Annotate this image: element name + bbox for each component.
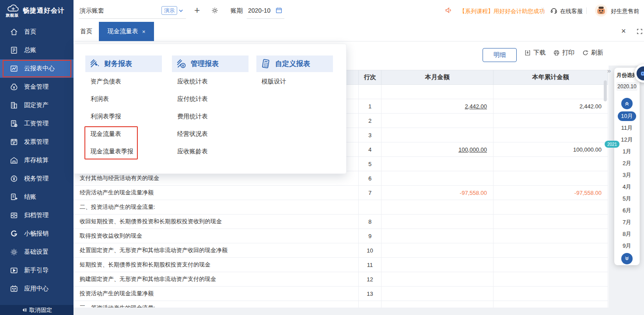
cell-row-no: 2 [359, 114, 382, 128]
unpin-sidebar-button[interactable]: 取消固定 [0, 305, 74, 315]
menu-item-template-design[interactable]: 模版设计 [262, 73, 335, 90]
download-button[interactable]: 下载 [524, 49, 546, 57]
sidebar-nav: 首页总账云报表中心资金管理固定资产工资管理发票管理库存核算税务管理结账归档管理小… [0, 23, 74, 298]
report-menu-title: 财务报表 [104, 59, 132, 69]
menu-item-cash-flow-quarterly[interactable]: 现金流量表季报 [91, 142, 164, 160]
cell-ytd-amount [494, 215, 608, 228]
sidebar-item-app-center[interactable]: 应用中心 [0, 280, 74, 298]
menu-item-operation-status[interactable]: 经营状况表 [177, 125, 251, 142]
cell-row-no [359, 85, 382, 99]
sidebar-item-fixed-assets[interactable]: 固定资产 [0, 96, 74, 114]
print-button[interactable]: 打印 [553, 49, 574, 57]
table-scrollbar[interactable] [604, 80, 607, 101]
custom-report-icon [260, 58, 271, 69]
ytd-amount-value: -97,558.00 [574, 190, 602, 196]
sidebar-item-tax[interactable]: 税务管理 [0, 170, 74, 188]
sidebar-item-closing[interactable]: 结账 [0, 188, 74, 206]
sidebar-item-archive[interactable]: 归档管理 [0, 206, 74, 225]
month-option-7[interactable]: 5月 [614, 193, 640, 204]
sidebar-item-settings[interactable]: 基础设置 [0, 243, 74, 261]
cell-item: 投资活动产生的现金流量净额 [74, 287, 359, 301]
brand-name: 畅捷通好会计 [23, 7, 65, 15]
period-value[interactable]: 2020-10 [248, 7, 270, 14]
month-option-11[interactable]: 9月 [614, 240, 640, 252]
sidebar-item-reimburse[interactable]: 小畅报销 [0, 225, 74, 243]
month-option-10[interactable]: 8月 [614, 228, 640, 240]
menu-item-cash-flow[interactable]: 现金流量表 [91, 125, 164, 142]
bottom-gutter [74, 308, 644, 315]
close-all-tabs-icon[interactable]: × [621, 27, 626, 35]
sidebar-item-label: 首页 [24, 28, 36, 36]
sidebar-item-funds[interactable]: 资金管理 [0, 78, 74, 96]
finance-report-icon [89, 58, 100, 69]
sidebar-item-inventory[interactable]: 库存核算 [0, 151, 74, 170]
sidebar-item-general-ledger[interactable]: 总账 [0, 41, 74, 59]
archive-icon [10, 211, 18, 220]
month-option-4[interactable]: 2月 [614, 157, 640, 169]
add-account-set-button[interactable]: + [194, 5, 200, 16]
month-option-0[interactable]: 10月 [614, 110, 640, 122]
sidebar-item-cloud-report-center[interactable]: 云报表中心 [0, 59, 74, 78]
sidebar-item-label: 归档管理 [24, 211, 49, 219]
tab-home[interactable]: 首页 [74, 22, 99, 41]
user-name[interactable]: 好生意售前 [611, 7, 639, 15]
home-icon [10, 28, 18, 36]
month-option-label: 3月 [623, 171, 631, 179]
cell-row-no [359, 200, 382, 214]
cell-ytd-amount [494, 229, 608, 243]
detail-button[interactable]: 明细 [483, 48, 517, 62]
scroll-months-up-button[interactable] [621, 98, 633, 109]
refresh-icon [582, 49, 589, 56]
month-amount-value[interactable]: 2,442.00 [465, 103, 487, 110]
tabbar: 首页 现金流量表 × × [74, 22, 644, 42]
month-option-9[interactable]: 7月 [614, 216, 640, 228]
tab-close-icon[interactable]: × [142, 28, 146, 35]
month-option-label: 11月 [621, 124, 633, 132]
month-option-3[interactable]: 1月 [614, 145, 640, 157]
gear-icon[interactable] [211, 7, 219, 14]
month-option-5[interactable]: 3月 [614, 169, 640, 181]
announcement-link[interactable]: 【系列课程】用好好会计助您成功 [459, 7, 545, 15]
menu-item-expense-stats[interactable]: 费用统计表 [177, 107, 251, 125]
cell-item: 购建固定资产、无形资产和其他非流动资产支付的现金 [74, 272, 359, 286]
sidebar-item-label: 基础设置 [24, 248, 49, 256]
cell-month-amount [382, 258, 494, 272]
report-menu-title: 管理报表 [191, 59, 219, 69]
sidebar-item-guide[interactable]: 新手引导 [0, 261, 74, 280]
menu-item-receivable-aging[interactable]: 应收账龄表 [177, 142, 251, 160]
calendar-icon[interactable] [275, 7, 283, 14]
menu-item-balance-sheet[interactable]: 资产负债表 [91, 73, 164, 90]
sidebar-item-label: 资金管理 [24, 83, 49, 91]
cell-row-no: 13 [359, 287, 382, 301]
menu-item-payable-stats[interactable]: 应付统计表 [177, 90, 251, 107]
refresh-button[interactable]: 刷新 [582, 49, 603, 57]
menu-item-receivable-stats[interactable]: 应收统计表 [177, 73, 251, 90]
sidebar-item-label: 税务管理 [24, 175, 49, 183]
sidebar-item-home[interactable]: 首页 [0, 23, 74, 41]
scroll-months-down-button[interactable] [621, 253, 633, 264]
fixed-assets-icon [10, 101, 18, 110]
sidebar-item-salary[interactable]: 工资管理 [0, 114, 74, 133]
menu-item-income-statement-quarterly[interactable]: 利润表季报 [91, 107, 164, 125]
sidebar-item-label: 发票管理 [24, 138, 49, 146]
month-option-6[interactable]: 4月 [614, 181, 640, 193]
chevron-down-icon[interactable] [178, 7, 184, 14]
month-option-1[interactable]: 11月 [614, 122, 640, 134]
sidebar-item-label: 工资管理 [24, 120, 49, 128]
reimburse-icon [10, 229, 18, 238]
robot-avatar[interactable] [595, 4, 607, 17]
collapse-month-panel-icon[interactable]: » [607, 67, 611, 74]
fullscreen-icon[interactable] [636, 28, 643, 35]
menu-item-income-statement[interactable]: 利润表 [91, 90, 164, 107]
online-service-link[interactable]: 在线客服 [560, 7, 583, 15]
cell-row-no: 9 [359, 229, 382, 243]
speaker-icon [444, 6, 453, 14]
topbar: 演示账套 演示 + 账期 2020-10 【系列课程】用好好会计助您成功 [74, 0, 644, 22]
sidebar-item-label: 结账 [24, 193, 36, 201]
month-amount-value[interactable]: 100,000.00 [458, 146, 487, 153]
sidebar-item-invoice[interactable]: 发票管理 [0, 133, 74, 151]
month-option-8[interactable]: 6月 [614, 204, 640, 216]
account-set-selector[interactable]: 演示账套 [80, 7, 104, 15]
cell-row-no: 4 [359, 142, 382, 156]
tab-cash-flow[interactable]: 现金流量表 × [99, 22, 154, 41]
